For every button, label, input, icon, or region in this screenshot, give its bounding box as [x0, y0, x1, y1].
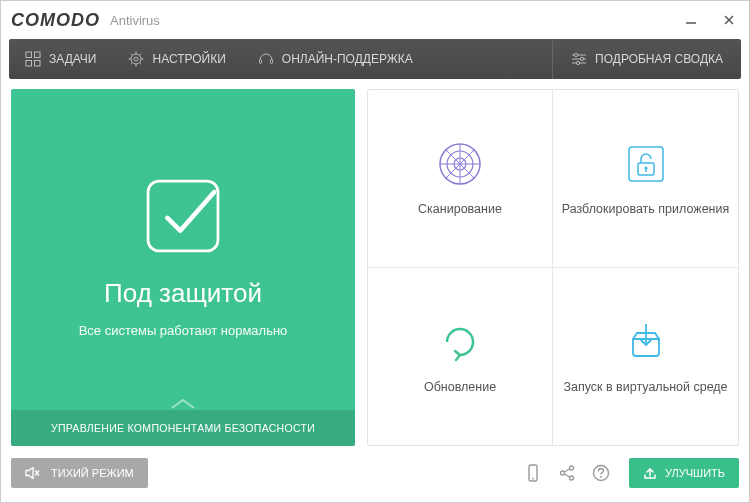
help-icon [592, 464, 610, 482]
svg-point-20 [574, 53, 577, 56]
svg-line-16 [131, 63, 133, 65]
svg-rect-3 [26, 52, 32, 58]
tile-unblock-label: Разблокировать приложения [562, 201, 729, 218]
svg-line-15 [140, 54, 142, 56]
product-name: Antivirus [110, 13, 160, 28]
share-icon [558, 464, 576, 482]
svg-point-43 [569, 466, 573, 470]
mute-icon [25, 465, 41, 481]
toolbar-summary-label: ПОДРОБНАЯ СВОДКА [595, 52, 723, 66]
tile-sandbox[interactable]: Запуск в виртуальной среде [553, 268, 738, 446]
svg-rect-4 [35, 52, 41, 58]
footer-bar: ТИХИЙ РЕЖИМ УЛУЧШИТЬ [1, 454, 749, 492]
svg-point-42 [532, 478, 534, 480]
svg-rect-18 [270, 60, 272, 64]
svg-rect-17 [259, 60, 261, 64]
grid-icon [25, 51, 41, 67]
gear-icon [128, 51, 144, 67]
main-content: Под защитой Все системы работают нормаль… [1, 79, 749, 454]
tile-scan-label: Сканирование [418, 201, 502, 218]
toolbar-settings[interactable]: НАСТРОЙКИ [112, 39, 241, 79]
toolbar-tasks[interactable]: ЗАДАЧИ [9, 39, 112, 79]
svg-line-14 [140, 63, 142, 65]
silent-mode-label: ТИХИЙ РЕЖИМ [51, 467, 134, 479]
headset-icon [258, 51, 274, 67]
toolbar-support[interactable]: ОНЛАЙН-ПОДДЕРЖКА [242, 39, 429, 79]
title-bar: COMODO Antivirus [1, 1, 749, 39]
improve-button[interactable]: УЛУЧШИТЬ [629, 458, 739, 488]
status-footer-label: УПРАВЛЕНИЕ КОМПОНЕНТАМИ БЕЗОПАСНОСТИ [51, 422, 315, 434]
toolbar-support-label: ОНЛАЙН-ПОДДЕРЖКА [282, 52, 413, 66]
svg-line-46 [564, 469, 570, 472]
app-logo: COMODO Antivirus [11, 10, 160, 31]
svg-rect-25 [148, 181, 218, 251]
svg-point-49 [600, 476, 602, 478]
svg-point-22 [580, 57, 583, 60]
toolbar-settings-label: НАСТРОЙКИ [152, 52, 225, 66]
tile-update[interactable]: Обновление [368, 268, 553, 446]
svg-point-44 [560, 471, 564, 475]
upload-icon [643, 466, 657, 480]
svg-point-24 [576, 61, 579, 64]
phone-icon [525, 464, 541, 482]
svg-rect-5 [26, 61, 32, 67]
status-body: Под защитой Все системы работают нормаль… [11, 89, 355, 410]
svg-marker-38 [26, 468, 33, 479]
sliders-icon [571, 51, 587, 67]
svg-point-45 [569, 476, 573, 480]
status-subtitle: Все системы работают нормально [79, 323, 288, 338]
check-icon [137, 170, 229, 262]
silent-mode-button[interactable]: ТИХИЙ РЕЖИМ [11, 458, 148, 488]
toolbar-tasks-label: ЗАДАЧИ [49, 52, 96, 66]
security-components-toggle[interactable]: УПРАВЛЕНИЕ КОМПОНЕНТАМИ БЕЗОПАСНОСТИ [11, 410, 355, 446]
sandbox-icon [621, 317, 671, 367]
svg-rect-6 [35, 61, 41, 67]
svg-line-13 [131, 54, 133, 56]
status-panel: Под защитой Все системы работают нормаль… [11, 89, 355, 446]
minimize-button[interactable] [681, 10, 701, 30]
action-tiles: Сканирование Разблокировать приложения О… [367, 89, 739, 446]
chevron-up-icon [168, 396, 198, 410]
main-toolbar: ЗАДАЧИ НАСТРОЙКИ ОНЛАЙН-ПОДДЕРЖКА ПОДРОБ… [9, 39, 741, 79]
toolbar-summary[interactable]: ПОДРОБНАЯ СВОДКА [552, 39, 741, 79]
window-controls [681, 10, 739, 30]
share-button[interactable] [553, 459, 581, 487]
svg-point-8 [134, 57, 138, 61]
svg-line-47 [564, 474, 570, 477]
help-button[interactable] [587, 459, 615, 487]
tile-scan[interactable]: Сканирование [368, 90, 553, 268]
improve-label: УЛУЧШИТЬ [665, 467, 725, 479]
close-button[interactable] [719, 10, 739, 30]
toolbar-spacer [429, 39, 552, 79]
tile-sandbox-label: Запуск в виртуальной среде [563, 379, 727, 396]
svg-rect-33 [629, 147, 663, 181]
refresh-icon [435, 317, 485, 367]
brand-name: COMODO [11, 10, 100, 31]
radar-icon [435, 139, 485, 189]
mobile-button[interactable] [519, 459, 547, 487]
tile-unblock[interactable]: Разблокировать приложения [553, 90, 738, 268]
tile-update-label: Обновление [424, 379, 496, 396]
unlock-icon [621, 139, 671, 189]
status-title: Под защитой [104, 278, 262, 309]
